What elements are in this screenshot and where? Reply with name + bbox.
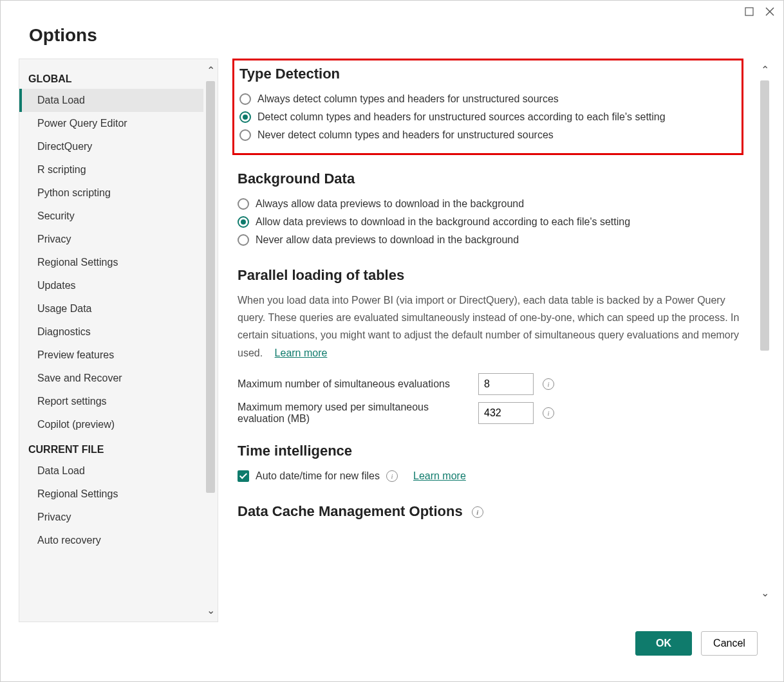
sidebar-item-regional-settings[interactable]: Regional Settings — [19, 483, 203, 506]
sidebar-scrollbar[interactable]: ⌃ ⌄ — [203, 59, 218, 622]
sidebar-item-auto-recovery[interactable]: Auto recovery — [19, 529, 203, 552]
info-icon[interactable]: i — [543, 407, 554, 419]
sidebar-item-updates[interactable]: Updates — [19, 274, 203, 297]
type-detection-option-1: Detect column types and headers for unst… — [239, 108, 733, 126]
background-data-radio-0[interactable] — [238, 198, 249, 210]
background-data-radio-1[interactable] — [238, 216, 249, 228]
background-data-section: Background Data Always allow data previe… — [238, 170, 746, 249]
content-scrollbar[interactable]: ⌃ ⌄ — [758, 59, 772, 622]
scroll-thumb[interactable] — [760, 80, 769, 351]
auto-datetime-row: Auto date/time for new files i Learn mor… — [238, 467, 746, 485]
sidebar-item-r-scripting[interactable]: R scripting — [19, 158, 203, 181]
max-evaluations-input[interactable] — [478, 373, 534, 395]
sidebar-group-label: CURRENT FILE — [19, 436, 203, 459]
sidebar-item-diagnostics[interactable]: Diagnostics — [19, 320, 203, 344]
sidebar-item-power-query-editor[interactable]: Power Query Editor — [19, 112, 203, 135]
type-detection-option-2: Never detect column types and headers fo… — [239, 126, 733, 144]
time-intel-title: Time intelligence — [238, 443, 746, 459]
time-intelligence-section: Time intelligence Auto date/time for new… — [238, 443, 746, 485]
sidebar-item-privacy[interactable]: Privacy — [19, 228, 203, 251]
sidebar-item-python-scripting[interactable]: Python scripting — [19, 181, 203, 205]
type-detection-title: Type Detection — [239, 66, 733, 82]
max-evaluations-label: Maximum number of simultaneous evaluatio… — [238, 378, 469, 390]
content-area: Type Detection Always detect column type… — [218, 59, 758, 622]
type-detection-radio-0[interactable] — [239, 93, 251, 105]
sidebar-group-label: GLOBAL — [19, 66, 203, 89]
sidebar-item-save-and-recover[interactable]: Save and Recover — [19, 367, 203, 390]
titlebar — [1, 1, 783, 19]
parallel-description: When you load data into Power BI (via im… — [238, 291, 746, 362]
sidebar-item-privacy[interactable]: Privacy — [19, 506, 203, 529]
cancel-button[interactable]: Cancel — [701, 631, 758, 656]
data-cache-section: Data Cache Management Options i — [238, 503, 746, 520]
background-data-option-0: Always allow data previews to download i… — [238, 195, 746, 213]
svg-rect-0 — [745, 8, 753, 15]
chevron-up-icon[interactable]: ⌃ — [203, 64, 218, 77]
max-memory-label: Maximum memory used per simultaneous eva… — [238, 401, 469, 425]
sidebar: GLOBALData LoadPower Query EditorDirectQ… — [19, 59, 218, 622]
info-icon[interactable]: i — [386, 470, 398, 482]
max-evaluations-row: Maximum number of simultaneous evaluatio… — [238, 373, 746, 395]
max-memory-row: Maximum memory used per simultaneous eva… — [238, 401, 746, 425]
type-detection-radio-2[interactable] — [239, 129, 251, 141]
header: Options — [1, 19, 783, 59]
chevron-down-icon[interactable]: ⌄ — [758, 587, 772, 599]
background-data-option-1: Allow data previews to download in the b… — [238, 213, 746, 231]
type-detection-radio-1[interactable] — [239, 111, 251, 123]
options-dialog: Options GLOBALData LoadPower Query Edito… — [0, 0, 784, 682]
chevron-up-icon[interactable]: ⌃ — [758, 64, 772, 76]
maximize-icon[interactable] — [745, 7, 754, 16]
info-icon[interactable]: i — [543, 378, 554, 390]
info-icon[interactable]: i — [472, 506, 483, 518]
background-data-title: Background Data — [238, 170, 746, 187]
sidebar-item-directquery[interactable]: DirectQuery — [19, 135, 203, 158]
background-data-option-2: Never allow data previews to download in… — [238, 231, 746, 249]
sidebar-item-preview-features[interactable]: Preview features — [19, 344, 203, 367]
sidebar-item-usage-data[interactable]: Usage Data — [19, 297, 203, 320]
time-intel-learn-more-link[interactable]: Learn more — [413, 470, 466, 482]
scroll-thumb[interactable] — [206, 81, 215, 493]
type-detection-label-0: Always detect column types and headers f… — [257, 93, 559, 105]
auto-datetime-checkbox[interactable] — [238, 470, 249, 482]
sidebar-item-copilot-preview-[interactable]: Copilot (preview) — [19, 413, 203, 436]
sidebar-item-data-load[interactable]: Data Load — [19, 89, 203, 112]
type-detection-label-1: Detect column types and headers for unst… — [257, 111, 666, 123]
max-memory-input[interactable] — [478, 402, 534, 424]
sidebar-item-regional-settings[interactable]: Regional Settings — [19, 251, 203, 274]
type-detection-option-0: Always detect column types and headers f… — [239, 90, 733, 108]
dialog-title: Options — [29, 25, 758, 46]
sidebar-item-security[interactable]: Security — [19, 205, 203, 228]
background-data-radio-2[interactable] — [238, 234, 249, 246]
dialog-footer: OK Cancel — [1, 622, 783, 681]
background-data-label-1: Allow data previews to download in the b… — [256, 216, 630, 228]
type-detection-label-2: Never detect column types and headers fo… — [257, 129, 554, 141]
ok-button[interactable]: OK — [635, 631, 692, 656]
data-cache-title: Data Cache Management Options i — [238, 503, 746, 520]
close-icon[interactable] — [765, 7, 774, 16]
parallel-loading-section: Parallel loading of tables When you load… — [238, 267, 746, 425]
parallel-title: Parallel loading of tables — [238, 267, 746, 284]
background-data-label-0: Always allow data previews to download i… — [256, 198, 524, 210]
type-detection-highlight: Type Detection Always detect column type… — [232, 59, 743, 155]
auto-datetime-label: Auto date/time for new files — [256, 470, 380, 482]
sidebar-item-report-settings[interactable]: Report settings — [19, 390, 203, 413]
chevron-down-icon[interactable]: ⌄ — [203, 604, 218, 616]
parallel-learn-more-link[interactable]: Learn more — [275, 347, 328, 358]
background-data-label-2: Never allow data previews to download in… — [256, 234, 519, 246]
sidebar-item-data-load[interactable]: Data Load — [19, 459, 203, 483]
